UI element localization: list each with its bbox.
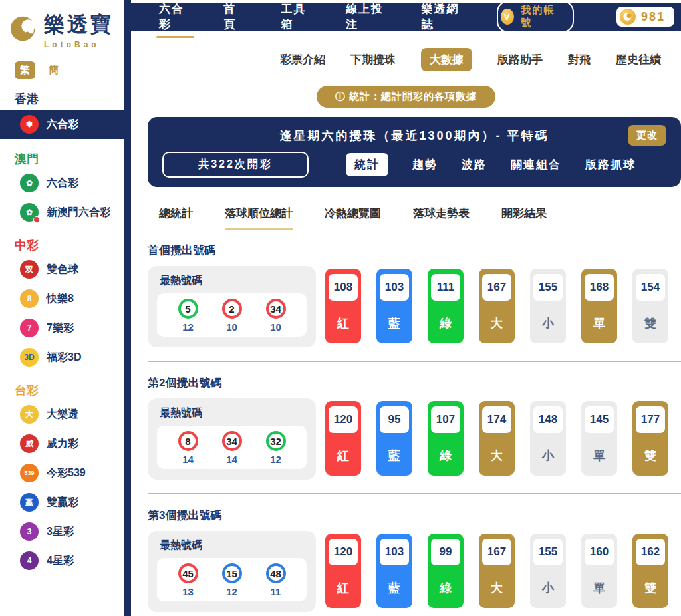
lottery-ball-red: 34: [222, 431, 242, 451]
sidebar-item-3xingcai[interactable]: 3 3星彩: [0, 518, 124, 545]
sidebar-item-shuangyingcai[interactable]: 贏 雙贏彩: [0, 489, 124, 516]
shuangseqiu-icon: 双: [20, 260, 39, 279]
stat-card-green: 99 綠: [428, 534, 464, 608]
stat-value: 99: [431, 539, 460, 565]
topnav-home[interactable]: 首 頁: [223, 1, 249, 32]
stat-label: 單: [593, 448, 605, 464]
sidebar-item-jincai539[interactable]: 539 今彩539: [0, 460, 124, 486]
stat-value: 148: [533, 406, 563, 433]
ball-count: 10: [270, 321, 281, 333]
lottery-ball-red: 34: [266, 299, 286, 319]
hot-numbers-box: 最熱號碼 8 14 34 14 32 12: [148, 398, 316, 480]
sidebar-item-hk-marksix[interactable]: ✾ 六合彩: [0, 110, 131, 139]
sidebar-item-new-macau-marksix[interactable]: ✿ 新澳門六合彩: [0, 199, 124, 226]
sidebar-item-shuangseqiu[interactable]: 双 雙色球: [0, 256, 124, 283]
sidebar-item-kuaile8[interactable]: 8 快樂8: [0, 285, 124, 312]
my-account-button[interactable]: V 我的帳號: [497, 1, 574, 33]
stat-value: 120: [329, 406, 358, 433]
sidebar: 樂透寶 LotoBao 繁 簡 香港 ✾ 六合彩 澳門 ✿ 六合彩 ✿ 新澳門六…: [0, 0, 124, 616]
hot-numbers-label: 最熱號碼: [160, 539, 307, 553]
stat-label: 綠: [440, 448, 452, 464]
panel-tab-trend[interactable]: 趨勢: [412, 157, 438, 172]
panel-tab-combos[interactable]: 關連組合: [511, 157, 561, 172]
stat-value: 174: [482, 406, 511, 433]
statistics-tabs: 總統計 落球順位總計 冷熱總覽圖 落球走勢表 開彩結果: [159, 206, 681, 230]
section-title: 第3個攪出號碼: [148, 508, 681, 523]
ball-count: 10: [226, 321, 237, 333]
ball-count: 12: [226, 586, 237, 597]
brand-logo[interactable]: 樂透寶 LotoBao: [9, 11, 124, 49]
sidebar-item-label: 3星彩: [47, 525, 74, 539]
tab-total-stats[interactable]: 總統計: [159, 206, 193, 230]
sidebar-item-label: 威力彩: [47, 437, 78, 451]
sidebar-group-macau: 澳門: [15, 151, 124, 167]
stat-label: 綠: [440, 315, 452, 331]
tab-drop-order-stats[interactable]: 落球順位總計: [225, 206, 293, 230]
subnav-pattern-helper[interactable]: 版路助手: [497, 52, 543, 67]
lang-traditional-button[interactable]: 繁: [15, 61, 35, 79]
stat-value: 145: [585, 406, 614, 433]
subnav-history[interactable]: 歷史往績: [616, 52, 661, 67]
panel-tab-statistics[interactable]: 統計: [346, 153, 388, 176]
change-button[interactable]: 更改: [628, 125, 666, 146]
sidebar-item-label: 4星彩: [47, 554, 74, 568]
stat-value: 107: [431, 406, 460, 433]
sidebar-item-4xingcai[interactable]: 4 4星彩: [0, 547, 124, 574]
macau-lotus-new-icon: ✿: [20, 203, 39, 222]
stat-value: 168: [585, 274, 614, 301]
stat-card-big: 167 大: [479, 269, 515, 343]
sidebar-item-daletou[interactable]: 大 大樂透: [0, 401, 124, 428]
panel-tab-wave[interactable]: 波路: [462, 157, 487, 172]
sidebar-item-7lecai[interactable]: 7 7樂彩: [0, 315, 124, 341]
hot-ball: 48 11: [266, 563, 286, 597]
sidebar-item-weilicai[interactable]: 威 威力彩: [0, 430, 124, 457]
tab-draw-results[interactable]: 開彩結果: [501, 206, 547, 230]
lottery-ball-green: 32: [266, 431, 286, 451]
tab-drop-trend-table[interactable]: 落球走勢表: [413, 206, 470, 230]
ball-count: 13: [182, 586, 194, 597]
stat-card-even: 162 雙: [632, 534, 668, 608]
3xingcai-icon: 3: [20, 522, 39, 541]
hot-ball: 34 10: [266, 299, 286, 333]
topnav-online-betting[interactable]: 線上投注: [346, 1, 390, 32]
topnav-blog[interactable]: 樂透網誌: [421, 1, 465, 32]
topnav-marksix[interactable]: 六合彩: [159, 1, 192, 32]
section-title: 第2個攪出號碼: [148, 375, 681, 390]
stat-label: 雙: [644, 315, 656, 331]
sidebar-item-label: 雙色球: [47, 263, 78, 277]
ball-count: 14: [182, 454, 194, 465]
stat-label: 單: [593, 580, 605, 596]
topnav-toolbox[interactable]: 工具箱: [281, 1, 314, 32]
stat-card-small: 155 小: [530, 534, 566, 608]
stat-card-odd: 145 單: [581, 401, 617, 476]
stat-value: 95: [380, 406, 409, 433]
stat-card-blue: 95 藍: [376, 401, 412, 476]
ball-count: 14: [226, 454, 237, 465]
stat-value: 155: [533, 539, 563, 565]
sidebar-item-macau-marksix[interactable]: ✿ 六合彩: [0, 170, 124, 196]
sidebar-item-label: 六合彩: [47, 118, 78, 132]
account-avatar-icon: V: [501, 9, 514, 25]
main-content: 六合彩 首 頁 工具箱 線上投注 樂透網誌 V 我的帳號 981 彩票介紹 下期…: [131, 0, 681, 616]
macau-lotus-icon: ✿: [20, 174, 39, 192]
stat-label: 大: [491, 580, 503, 596]
subnav-next-draw[interactable]: 下期攪珠: [350, 52, 396, 67]
subnav-lottery-intro[interactable]: 彩票介紹: [280, 52, 325, 67]
subnav-duifei[interactable]: 對飛: [568, 52, 591, 67]
new-badge-icon: [33, 216, 40, 223]
sidebar-item-label: 快樂8: [47, 292, 74, 306]
jincai539-icon: 539: [20, 464, 39, 482]
panel-tab-pattern-balls[interactable]: 版路抓球: [585, 157, 636, 172]
lottery-ball-blue: 15: [222, 563, 242, 583]
stat-card-blue: 103 藍: [376, 269, 412, 343]
lang-simplified-button[interactable]: 簡: [49, 64, 59, 77]
stat-card-green: 107 綠: [428, 401, 464, 476]
stat-value: 160: [585, 539, 614, 565]
lottery-ball-blue: 48: [266, 563, 286, 583]
subnav-big-data[interactable]: 大數據: [421, 48, 472, 71]
sub-navbar: 彩票介紹 下期攪珠 大數據 版路助手 對飛 歷史往績: [131, 48, 681, 71]
sidebar-item-fucai3d[interactable]: 3D 福彩3D: [0, 344, 124, 371]
tab-hot-cold-overview[interactable]: 冷熱總覽圖: [325, 206, 381, 230]
coin-balance[interactable]: 981: [616, 7, 674, 27]
sidebar-group-china: 中彩: [15, 237, 124, 253]
